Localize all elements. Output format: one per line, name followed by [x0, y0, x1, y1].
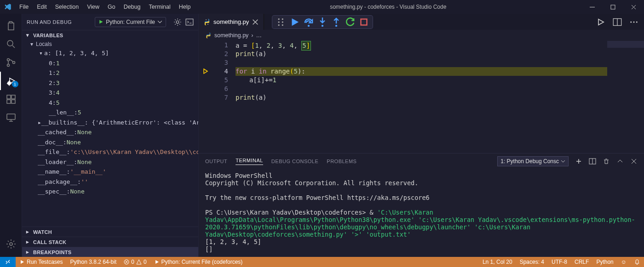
menu-selection[interactable]: Selection	[52, 2, 82, 12]
panel-tab-problems[interactable]: PROBLEMS	[327, 159, 356, 164]
section-variables[interactable]: ▾VARIABLES	[22, 30, 198, 40]
var-package[interactable]: __package__: ''	[22, 177, 198, 187]
section-callstack[interactable]: ▸CALL STACK	[22, 237, 198, 247]
debug-icon[interactable]: 1	[0, 72, 22, 90]
minimap[interactable]	[607, 41, 644, 153]
continue-button[interactable]	[289, 16, 301, 28]
var-a[interactable]: ▾a: [1, 2, 3, 4, 5]	[22, 48, 198, 58]
bottom-panel: OUTPUT TERMINAL DEBUG CONSOLE PROBLEMS 1…	[199, 153, 644, 257]
menu-file[interactable]: File	[16, 2, 32, 12]
scope-locals[interactable]: ▾Locals	[22, 40, 198, 48]
svg-rect-8	[7, 100, 11, 103]
var-doc[interactable]: __doc__: None	[22, 137, 198, 148]
var-builtins[interactable]: ▸__builtins__: {'ArithmeticError': <clas…	[22, 118, 198, 128]
app-menu: File Edit Selection View Go Debug Termin…	[16, 2, 195, 12]
var-cached[interactable]: __cached__: None	[22, 127, 198, 137]
minimize-button[interactable]	[582, 0, 603, 14]
new-terminal-icon[interactable]	[575, 158, 582, 165]
status-run-testcases[interactable]: Run Testcases	[16, 259, 67, 265]
debug-config-select[interactable]: Python: Current File	[95, 17, 166, 27]
svg-point-28	[633, 21, 635, 23]
svg-point-23	[322, 25, 323, 27]
run-icon[interactable]	[596, 17, 605, 27]
maximize-button[interactable]	[603, 0, 623, 14]
step-out-button[interactable]	[330, 16, 342, 28]
panel-tab-output[interactable]: OUTPUT	[205, 159, 227, 164]
scm-icon[interactable]	[0, 53, 22, 72]
section-watch[interactable]: ▸WATCH	[22, 227, 198, 237]
var-a-2[interactable]: 2: 3	[22, 78, 198, 88]
var-spec[interactable]: __spec__: None	[22, 187, 198, 197]
svg-rect-6	[7, 95, 11, 99]
svg-point-15	[207, 24, 208, 25]
svg-point-2	[7, 59, 9, 61]
python-file-icon	[203, 18, 211, 26]
remote-explorer-icon[interactable]	[0, 108, 22, 127]
variables-tree: ▾a: [1, 2, 3, 4, 5] 0: 1 1: 2 2: 3 3: 4 …	[22, 48, 198, 227]
menu-debug[interactable]: Debug	[120, 2, 144, 12]
menu-help[interactable]: Help	[175, 2, 195, 12]
section-callstack-label: CALL STACK	[33, 239, 66, 245]
var-file[interactable]: __file__: 'c:\\Users\\Karan Yadav\\Deskt…	[22, 147, 198, 157]
terminal-select[interactable]: 1: Python Debug Consc	[497, 156, 569, 166]
status-eol[interactable]: CRLF	[571, 259, 592, 265]
debug-settings-icon[interactable]	[173, 18, 182, 26]
svg-rect-7	[12, 95, 15, 99]
code-editor[interactable]: 1a = [1, 2, 3, 4, 5] 2print(a) 3 4for i …	[199, 41, 644, 153]
status-problems[interactable]: 0 0	[120, 259, 150, 265]
run-debug-sidebar: RUN AND DEBUG Python: Current File ▾VARI…	[22, 14, 199, 257]
status-language[interactable]: Python	[592, 259, 617, 265]
svg-point-17	[278, 21, 280, 23]
breadcrumb[interactable]: something.py › …	[199, 30, 644, 41]
menu-edit[interactable]: Edit	[33, 2, 51, 12]
breadcrumb-tail: …	[256, 32, 262, 39]
extensions-icon[interactable]	[0, 90, 22, 108]
search-icon[interactable]	[0, 35, 22, 53]
var-a-4[interactable]: 4: 5	[22, 98, 198, 108]
status-debug-config[interactable]: Python: Current File (codeforces)	[150, 259, 247, 265]
drag-handle-icon[interactable]	[275, 16, 287, 28]
var-a-1[interactable]: 1: 2	[22, 68, 198, 78]
status-encoding[interactable]: UTF-8	[548, 259, 571, 265]
tab-something-py[interactable]: something.py	[199, 14, 264, 30]
status-python-version[interactable]: Python 3.8.2 64-bit	[67, 259, 121, 265]
restart-button[interactable]	[344, 16, 356, 28]
section-breakpoints[interactable]: ▸BREAKPOINTS	[22, 247, 198, 257]
kill-terminal-icon[interactable]	[603, 158, 610, 165]
status-lncol[interactable]: Ln 1, Col 20	[479, 259, 516, 265]
panel-tab-terminal[interactable]: TERMINAL	[236, 158, 263, 165]
menu-view[interactable]: View	[83, 2, 103, 12]
tab-close-icon[interactable]	[252, 18, 259, 26]
menu-go[interactable]: Go	[104, 2, 119, 12]
var-a-3[interactable]: 3: 4	[22, 88, 198, 98]
svg-point-18	[278, 24, 280, 26]
close-panel-icon[interactable]	[630, 158, 638, 165]
status-feedback-icon[interactable]: ☺	[617, 259, 630, 265]
title-bar: File Edit Selection View Go Debug Termin…	[0, 0, 644, 14]
menu-terminal[interactable]: Terminal	[145, 2, 174, 12]
close-button[interactable]	[623, 0, 644, 14]
remote-button[interactable]	[0, 257, 16, 267]
settings-icon[interactable]	[0, 235, 22, 253]
window-controls	[582, 0, 644, 14]
debug-badge: 1	[12, 81, 18, 87]
svg-point-1	[7, 40, 13, 46]
split-terminal-icon[interactable]	[589, 158, 596, 165]
stop-button[interactable]	[358, 16, 370, 28]
var-a-0[interactable]: 0: 1	[22, 58, 198, 68]
var-a-len[interactable]: __len__: 5	[22, 108, 198, 118]
step-over-button[interactable]	[303, 16, 315, 28]
var-loader[interactable]: __loader__: None	[22, 157, 198, 167]
status-spaces[interactable]: Spaces: 4	[516, 259, 548, 265]
panel-tab-debugconsole[interactable]: DEBUG CONSOLE	[271, 159, 318, 164]
split-editor-icon[interactable]	[613, 17, 622, 27]
svg-point-19	[282, 18, 283, 20]
terminal-content[interactable]: Windows PowerShell Copyright (C) Microso…	[199, 169, 644, 257]
step-into-button[interactable]	[316, 16, 328, 28]
debug-console-icon[interactable]	[185, 18, 194, 26]
maximize-panel-icon[interactable]	[616, 158, 624, 165]
explorer-icon[interactable]	[0, 17, 22, 35]
more-icon[interactable]	[629, 17, 638, 27]
status-notifications-icon[interactable]	[630, 259, 644, 265]
var-name[interactable]: __name__: '__main__'	[22, 167, 198, 177]
